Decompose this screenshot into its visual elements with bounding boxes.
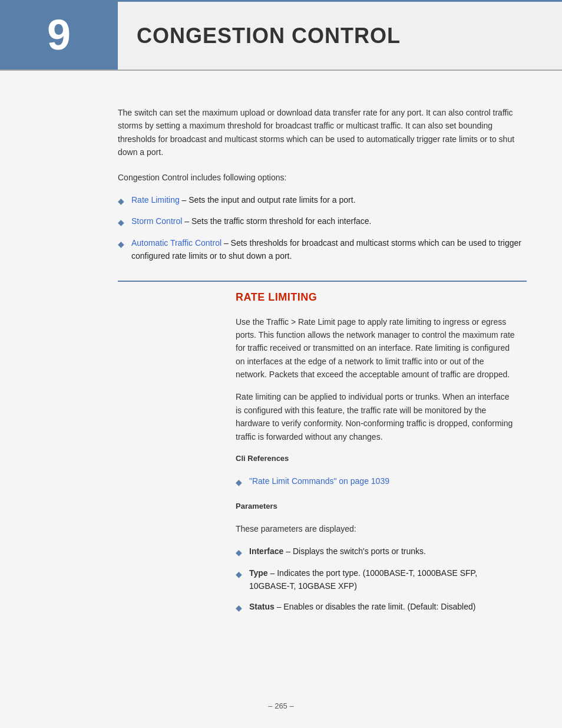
diamond-bullet-icon: ◆ bbox=[236, 476, 242, 489]
cli-link-text: "Rate Limit Commands" on page 1039 bbox=[249, 475, 389, 487]
rate-limiting-section-header: RATE LIMITING bbox=[118, 282, 527, 304]
page-footer: – 265 – bbox=[0, 690, 562, 722]
storm-control-link[interactable]: Storm Control bbox=[131, 216, 182, 226]
features-list: ◆ Rate Limiting – Sets the input and out… bbox=[118, 193, 527, 263]
cli-heading-text: CLI REFERENCES bbox=[236, 454, 289, 463]
parameter-item-interface: ◆ Interface – Displays the switch's port… bbox=[236, 545, 515, 559]
diamond-bullet-icon: ◆ bbox=[118, 238, 124, 251]
list-item: ◆ Rate Limiting – Sets the input and out… bbox=[118, 193, 527, 207]
page-number: – 265 – bbox=[268, 701, 293, 710]
parameter-type-text: Type – Indicates the port type. (1000BAS… bbox=[249, 566, 515, 593]
diamond-bullet-icon: ◆ bbox=[236, 546, 242, 559]
cli-list-item: ◆ "Rate Limit Commands" on page 1039 bbox=[236, 475, 515, 489]
storm-control-desc: – Sets the traffic storm threshold for e… bbox=[182, 216, 371, 226]
page: 9 CONGESTION CONTROL The switch can set … bbox=[0, 0, 562, 728]
parameter-item-status: ◆ Status – Enables or disables the rate … bbox=[236, 600, 515, 614]
intro-paragraph-1: The switch can set the maximum upload or… bbox=[118, 106, 527, 159]
diamond-bullet-icon: ◆ bbox=[236, 568, 242, 581]
param-label-status: Status bbox=[249, 602, 275, 611]
chapter-number-block: 9 bbox=[0, 0, 118, 70]
content-area: The switch can set the maximum upload or… bbox=[0, 71, 562, 644]
list-item: ◆ Storm Control – Sets the traffic storm… bbox=[118, 215, 527, 229]
param-desc-status: – Enables or disables the rate limit. (D… bbox=[275, 602, 476, 611]
parameter-item-type: ◆ Type – Indicates the port type. (1000B… bbox=[236, 566, 515, 593]
list-item-text: Storm Control – Sets the traffic storm t… bbox=[131, 215, 527, 228]
rate-limiting-para-2: Rate limiting can be applied to individu… bbox=[236, 390, 515, 443]
list-item-text: Rate Limiting – Sets the input and outpu… bbox=[131, 193, 527, 206]
cli-references-heading: CLI REFERENCES bbox=[236, 453, 515, 465]
parameter-status-text: Status – Enables or disables the rate li… bbox=[249, 600, 475, 613]
param-label-interface: Interface bbox=[249, 546, 283, 556]
rate-limiting-para-1: Use the Traffic > Rate Limit page to app… bbox=[236, 315, 515, 381]
cli-references-list: ◆ "Rate Limit Commands" on page 1039 bbox=[236, 475, 515, 489]
chapter-title: CONGESTION CONTROL bbox=[137, 24, 401, 48]
list-item-text: Automatic Traffic Control – Sets thresho… bbox=[131, 236, 527, 263]
param-label-type: Type bbox=[249, 568, 268, 578]
diamond-bullet-icon: ◆ bbox=[118, 216, 124, 229]
section-body: Use the Traffic > Rate Limit page to app… bbox=[236, 315, 527, 626]
rate-limiting-heading: RATE LIMITING bbox=[236, 291, 317, 304]
list-item: ◆ Automatic Traffic Control – Sets thres… bbox=[118, 236, 527, 263]
parameter-interface-text: Interface – Displays the switch's ports … bbox=[249, 545, 426, 558]
rate-limiting-link[interactable]: Rate Limiting bbox=[131, 195, 180, 205]
section-left-margin bbox=[118, 315, 236, 626]
rate-limiting-content: Use the Traffic > Rate Limit page to app… bbox=[118, 315, 527, 626]
rate-limiting-desc: – Sets the input and output rate limits … bbox=[180, 195, 356, 205]
parameters-intro: These parameters are displayed: bbox=[236, 522, 515, 535]
chapter-number: 9 bbox=[47, 14, 71, 56]
parameters-heading: PARAMETERS bbox=[236, 500, 515, 513]
chapter-title-block: CONGESTION CONTROL bbox=[118, 0, 562, 70]
intro-paragraph-2: Congestion Control includes following op… bbox=[118, 171, 527, 184]
parameters-heading-text: PARAMETERS bbox=[236, 502, 277, 510]
param-desc-interface: – Displays the switch's ports or trunks. bbox=[283, 546, 426, 556]
atc-link[interactable]: Automatic Traffic Control bbox=[131, 238, 222, 248]
diamond-bullet-icon: ◆ bbox=[118, 195, 124, 207]
chapter-header: 9 CONGESTION CONTROL bbox=[0, 0, 562, 71]
rate-limit-commands-link[interactable]: "Rate Limit Commands" on page 1039 bbox=[249, 476, 389, 486]
diamond-bullet-icon: ◆ bbox=[236, 601, 242, 614]
parameters-list: ◆ Interface – Displays the switch's port… bbox=[236, 545, 515, 614]
param-desc-type: – Indicates the port type. (1000BASE-T, … bbox=[249, 568, 477, 591]
